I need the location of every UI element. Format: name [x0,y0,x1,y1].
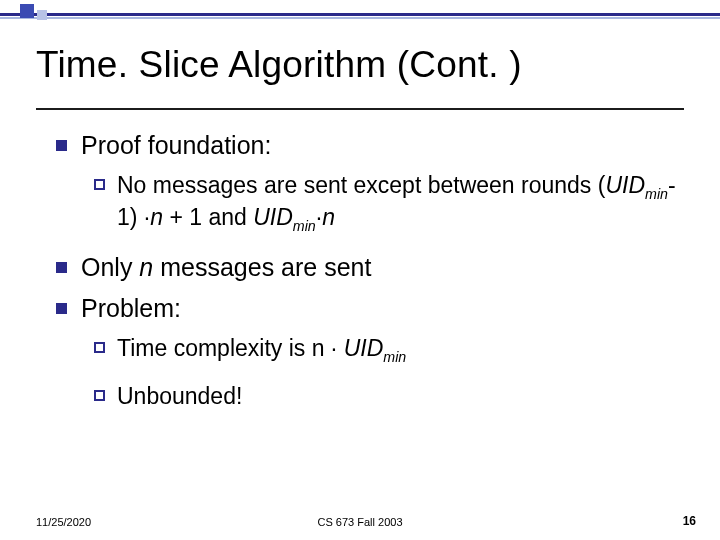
header-line-dark [0,13,720,16]
bullet-text: Only n messages are sent [81,252,676,283]
sub-body-c: + 1 and [163,204,253,230]
square-bullet-icon [56,262,67,273]
header-square-dark [20,4,34,18]
n-term-2: n [322,204,335,230]
time-prefix: Time [117,335,167,361]
sub-body-a: messages are sent except between rounds … [146,172,605,198]
sub-bullet-time-complexity: Time complexity is n · UIDmin [94,334,676,366]
time-uid-sub: min [383,349,406,365]
only-n: n [139,253,153,281]
sub-bullet-text: Time complexity is n · UIDmin [117,334,676,366]
only-b: messages are sent [153,253,371,281]
sub-prefix: No [117,172,146,198]
only-a: Only [81,253,139,281]
uid-term-2: UID [253,204,293,230]
unbounded-body: ! [236,383,242,409]
bullet-text: Problem: [81,293,676,324]
sub-bullet-text: No messages are sent except between roun… [117,171,676,235]
header-decoration [0,0,720,26]
hollow-square-icon [94,390,105,401]
footer-page-number: 16 [683,514,696,528]
time-body-a: complexity is n · [167,335,343,361]
unbounded-prefix: Unbounded [117,383,236,409]
bullet-text: Proof foundation: [81,130,676,161]
hollow-square-icon [94,342,105,353]
hollow-square-icon [94,179,105,190]
slide-body: Proof foundation: No messages are sent e… [56,130,676,428]
uid-subscript: min [645,186,668,202]
uid-subscript-2: min [293,218,316,234]
bullet-problem: Problem: [56,293,676,324]
uid-term: UID [605,172,645,198]
square-bullet-icon [56,303,67,314]
time-uid: UID [344,335,384,361]
bullet-only-n-messages: Only n messages are sent [56,252,676,283]
header-square-light [37,10,47,20]
title-underline [36,108,684,110]
slide-title: Time. Slice Algorithm (Cont. ) [36,44,522,86]
square-bullet-icon [56,140,67,151]
n-term-1: n [150,204,163,230]
footer-course: CS 673 Fall 2003 [0,516,720,528]
sub-bullet-text: Unbounded! [117,382,676,412]
header-line-light [0,17,720,19]
bullet-proof-foundation: Proof foundation: [56,130,676,161]
sub-bullet-unbounded: Unbounded! [94,382,676,412]
sub-bullet-no-messages: No messages are sent except between roun… [94,171,676,235]
